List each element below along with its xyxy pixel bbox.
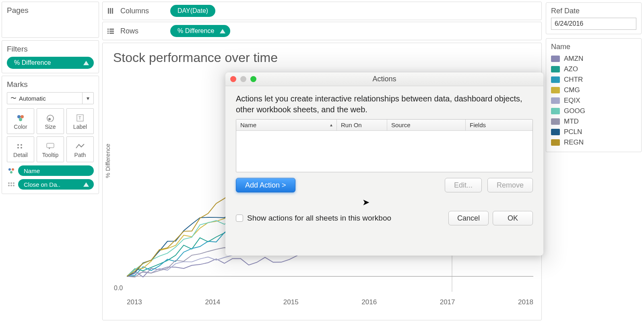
ref-date-input[interactable]: 6/24/2016 (551, 18, 636, 30)
triangle-icon (220, 29, 225, 33)
legend-swatch (551, 76, 560, 83)
svg-point-15 (10, 171, 12, 173)
ok-button[interactable]: OK (493, 211, 533, 225)
filters-card: Filters % Difference (2, 40, 99, 73)
triangle-icon (83, 61, 89, 65)
columns-icon (107, 8, 115, 14)
legend-item[interactable]: AZO (551, 64, 636, 74)
x-tick: 2017 (440, 298, 455, 306)
marks-pill-name-label: Name (24, 167, 40, 174)
rows-pill-pctdiff[interactable]: % Difference (170, 25, 230, 37)
legend-item[interactable]: REGN (551, 137, 636, 148)
svg-point-18 (13, 182, 14, 184)
legend-label: REGN (564, 138, 584, 147)
marks-color-label: Color (14, 124, 27, 130)
remove-button[interactable]: Remove (487, 178, 533, 192)
svg-point-16 (8, 182, 10, 184)
marks-type-value: Automatic (19, 95, 46, 102)
marks-detail[interactable]: Detail (7, 136, 34, 162)
legend-label: MTD (564, 118, 579, 126)
detail-icon (17, 140, 25, 152)
svg-point-14 (12, 168, 14, 171)
svg-rect-26 (109, 29, 114, 30)
marks-title: Marks (7, 80, 94, 89)
col-source[interactable]: Source (387, 120, 466, 130)
svg-text:T: T (78, 116, 81, 120)
svg-point-1 (21, 115, 24, 118)
marks-size-label: Size (45, 124, 56, 130)
ref-date-value: 6/24/2016 (555, 20, 583, 27)
legend-item[interactable]: GOOG (551, 106, 636, 116)
color-dots-icon (7, 167, 16, 174)
svg-point-4 (48, 118, 51, 120)
legend-item[interactable]: AMZN (551, 54, 636, 64)
tooltip-icon (46, 140, 54, 152)
y-axis-label: % Difference (104, 144, 111, 178)
y-tick-zero: 0.0 (114, 285, 123, 292)
legend-swatch (551, 108, 560, 114)
columns-pill-label: DAY(Date) (178, 7, 208, 14)
svg-point-13 (8, 168, 11, 171)
col-runon[interactable]: Run On (337, 120, 387, 130)
columns-pill-date[interactable]: DAY(Date) (170, 5, 215, 17)
svg-rect-29 (107, 33, 109, 34)
marks-label[interactable]: T Label (66, 108, 94, 134)
legend-item[interactable]: EQIX (551, 95, 636, 106)
legend-swatch (551, 66, 560, 72)
edit-button[interactable]: Edit... (445, 178, 482, 192)
svg-point-2 (19, 118, 22, 121)
legend-swatch (551, 56, 560, 62)
legend-item[interactable]: CHTR (551, 74, 636, 85)
marks-type-select[interactable]: 〜 Automatic ▾ (7, 92, 94, 104)
legend-item[interactable]: CMG (551, 85, 636, 95)
legend-swatch (551, 118, 560, 125)
col-fields[interactable]: Fields (466, 120, 533, 130)
columns-shelf[interactable]: Columns DAY(Date) (102, 2, 542, 20)
legend-item[interactable]: PCLN (551, 127, 636, 137)
marks-path[interactable]: Path (66, 136, 94, 162)
legend-label: CMG (564, 86, 580, 94)
marks-pill-close[interactable]: Close on Da.. (18, 179, 94, 190)
svg-point-21 (13, 185, 14, 186)
legend-item[interactable]: MTD (551, 116, 636, 127)
col-name[interactable]: Name (236, 120, 337, 130)
marks-size[interactable]: Size (37, 108, 64, 134)
x-tick: 2018 (518, 298, 533, 306)
dialog-titlebar[interactable]: Actions (225, 72, 543, 86)
svg-point-20 (10, 185, 12, 186)
marks-color[interactable]: Color (7, 108, 34, 134)
marks-pill-name[interactable]: Name (18, 165, 94, 176)
pages-card: Pages (2, 2, 99, 38)
marks-path-label: Path (74, 152, 86, 158)
show-all-label: Show actions for all sheets in this work… (247, 214, 391, 223)
svg-point-10 (21, 147, 22, 149)
rows-shelf[interactable]: Rows % Difference (102, 22, 542, 40)
svg-point-7 (17, 144, 19, 146)
legend-swatch (551, 87, 560, 93)
marks-tooltip[interactable]: Tooltip (37, 136, 64, 162)
add-action-button[interactable]: Add Action > (236, 178, 295, 192)
line-icon: 〜 (10, 95, 17, 102)
svg-marker-12 (49, 148, 50, 149)
show-all-checkbox[interactable] (236, 215, 243, 222)
x-tick: 2016 (361, 298, 377, 306)
svg-rect-30 (109, 33, 114, 34)
x-tick: 2015 (283, 298, 299, 306)
filter-pill-pctdiff[interactable]: % Difference (7, 57, 94, 69)
svg-rect-25 (107, 29, 109, 30)
actions-table[interactable]: Name Run On Source Fields (236, 119, 533, 172)
marks-tooltip-label: Tooltip (42, 152, 58, 158)
legend-label: GOOG (564, 107, 585, 115)
cancel-button[interactable]: Cancel (448, 211, 489, 225)
ref-date-card: Ref Date 6/24/2016 (546, 2, 642, 34)
svg-point-0 (17, 115, 21, 118)
legend-label: EQIX (564, 97, 580, 105)
svg-rect-11 (47, 143, 54, 148)
svg-point-19 (8, 185, 10, 186)
legend-swatch (551, 139, 560, 146)
svg-rect-22 (108, 8, 109, 14)
actions-dialog: Actions Actions let you create interacti… (225, 72, 543, 256)
detail-dots-icon (7, 182, 16, 187)
filters-title: Filters (7, 45, 94, 54)
size-icon (46, 112, 55, 124)
